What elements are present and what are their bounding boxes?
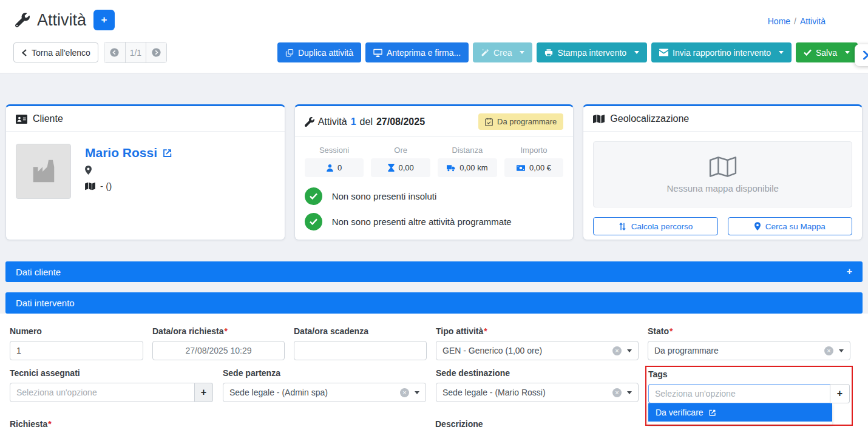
tags-input[interactable] — [648, 384, 830, 403]
tipo-attivita-label: Tipo attività* — [436, 326, 639, 336]
search-on-map-button[interactable]: Cerca su Mappa — [728, 217, 852, 235]
send-report-button[interactable]: Invia rapportino intervento — [651, 42, 792, 62]
map-marker-icon — [85, 166, 92, 175]
intervention-form: Numero Data/ora richiesta* Data/ora scad… — [0, 314, 868, 423]
envelope-icon — [659, 49, 668, 56]
caret-down-icon — [634, 51, 639, 54]
geolocation-card: Geolocalizzazione Nessuna mappa disponib… — [583, 104, 863, 240]
wrench-icon — [305, 117, 314, 127]
calendar-check-icon — [485, 118, 493, 126]
breadcrumb-home-link[interactable]: Home — [768, 16, 790, 26]
section-dati-intervento[interactable]: Dati intervento — [5, 292, 863, 314]
preview-sign-button[interactable]: Anteprima e firma... — [365, 42, 469, 62]
add-tag-button[interactable]: + — [830, 384, 850, 403]
required-asterisk: * — [225, 326, 228, 336]
section-dati-cliente[interactable]: Dati cliente + — [5, 261, 863, 282]
map-placeholder: Nessuna mappa disponibile — [593, 141, 852, 207]
hourglass-icon — [388, 164, 395, 172]
data-scadenza-input[interactable] — [294, 341, 427, 360]
calculate-route-button[interactable]: Calcola percorso — [593, 217, 717, 235]
prev-record-button[interactable] — [104, 42, 125, 62]
geolocation-card-title: Geolocalizzazione — [610, 113, 689, 124]
caret-down-icon — [627, 391, 632, 394]
money-icon — [517, 165, 525, 171]
circle-arrow-right-icon — [151, 47, 161, 58]
check-insoluti: Non sono presenti insoluti — [305, 187, 564, 205]
tecnici-input[interactable] — [10, 383, 195, 402]
add-tecnico-button[interactable]: + — [195, 383, 213, 402]
clear-icon[interactable] — [824, 346, 833, 355]
client-photo-placeholder — [16, 144, 71, 199]
next-record-button[interactable] — [146, 42, 166, 62]
route-icon — [619, 223, 626, 230]
chevron-left-icon — [21, 49, 27, 56]
client-card-title: Cliente — [33, 113, 63, 124]
client-name-link[interactable]: Mario Rossi — [85, 146, 172, 160]
richiesta-label: Richiesta* — [10, 419, 426, 427]
sede-partenza-select[interactable]: Sede legale - (Admin spa) — [223, 383, 426, 402]
tags-highlight-box: Tags + Da verificare — [645, 366, 853, 426]
stato-select[interactable]: Da programmare — [648, 341, 850, 360]
user-icon — [327, 164, 333, 172]
wrench-icon — [15, 13, 30, 27]
caret-down-icon — [779, 51, 784, 54]
tecnici-label: Tecnici assegnati — [10, 368, 213, 378]
required-asterisk: * — [48, 419, 51, 427]
desktop-icon — [373, 49, 382, 57]
page-title: Attività — [37, 11, 86, 30]
tags-label: Tags — [648, 369, 850, 379]
plus-icon: + — [837, 388, 843, 398]
page-header: Attività + Home/Attività — [0, 0, 868, 30]
side-panel-toggle-button[interactable] — [855, 44, 868, 66]
main-content: Cliente Mario Rossi — [0, 73, 868, 314]
activity-number: 1 — [351, 116, 356, 127]
tag-option-da-verificare[interactable]: Da verificare — [648, 403, 832, 422]
caret-down-icon — [845, 51, 850, 54]
expand-icon: + — [847, 266, 852, 277]
print-intervention-button[interactable]: Stampa intervento — [537, 42, 647, 62]
breadcrumb-current-link[interactable]: Attività — [800, 16, 826, 26]
client-map-line: - () — [100, 181, 112, 191]
map-marker-icon — [754, 222, 761, 230]
chevron-right-icon — [863, 50, 868, 60]
truck-icon — [447, 164, 455, 172]
magic-wand-icon — [481, 49, 489, 57]
caret-down-icon — [839, 349, 844, 352]
save-button[interactable]: Salva — [796, 42, 858, 62]
toolbar: Torna all'elenco 1/1 Duplica attività An… — [0, 30, 868, 73]
no-map-text: Nessuna mappa disponibile — [667, 183, 779, 193]
sede-destinazione-select[interactable]: Sede legale - (Mario Rossi) — [436, 383, 639, 402]
external-link-icon — [162, 148, 172, 158]
clear-icon[interactable] — [612, 388, 622, 397]
caret-down-icon — [520, 51, 524, 54]
duplicate-activity-button[interactable]: Duplica attività — [277, 42, 361, 62]
clear-icon[interactable] — [612, 346, 622, 355]
plus-icon: + — [201, 387, 206, 397]
clone-icon — [285, 49, 294, 57]
check-circle-icon — [305, 187, 322, 205]
numero-label: Numero — [10, 326, 143, 336]
activity-card: Attività 1 del 27/08/2025 Da programmare… — [294, 104, 574, 240]
data-scadenza-label: Data/ora scadenza — [294, 326, 427, 336]
record-count: 1/1 — [125, 42, 146, 62]
numero-input[interactable] — [10, 341, 143, 360]
create-button[interactable]: Crea — [473, 42, 532, 62]
stato-label: Stato* — [648, 326, 850, 336]
clear-icon[interactable] — [400, 388, 409, 397]
data-richiesta-input[interactable] — [152, 341, 285, 360]
activity-title-mid: del — [360, 116, 373, 127]
breadcrumb-separator: / — [794, 16, 796, 26]
stat-importo: Importo 0,00 € — [504, 146, 564, 177]
activity-date: 27/08/2025 — [376, 116, 425, 127]
back-to-list-button[interactable]: Torna all'elenco — [13, 42, 98, 62]
breadcrumb: Home/Attività — [768, 16, 826, 26]
caret-down-icon — [415, 391, 419, 394]
tipo-attivita-select[interactable]: GEN - Generico (1,00 ore) — [436, 341, 639, 360]
external-link-icon — [708, 409, 716, 417]
add-activity-button[interactable]: + — [93, 10, 115, 30]
stat-ore: Ore 0,00 — [371, 146, 430, 177]
address-card-icon — [16, 115, 27, 124]
status-badge: Da programmare — [478, 113, 563, 130]
map-icon — [85, 182, 95, 190]
caret-down-icon — [627, 349, 632, 352]
